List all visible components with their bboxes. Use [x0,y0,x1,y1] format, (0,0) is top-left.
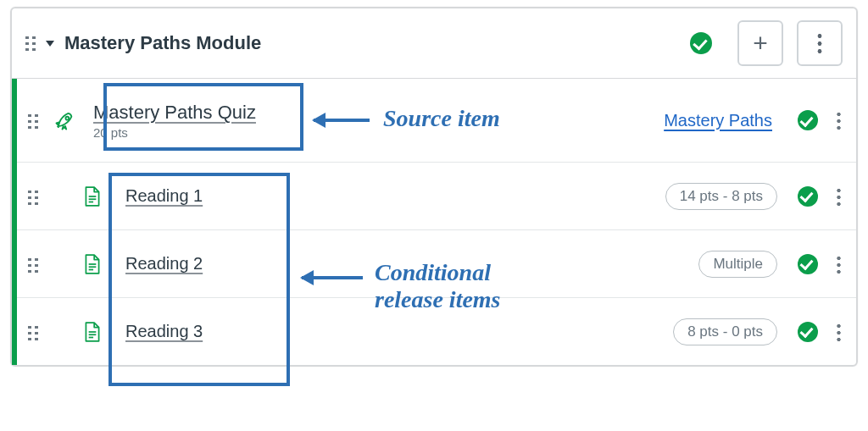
drag-handle-icon[interactable] [27,112,41,129]
module-screenshot: Mastery Paths Module + [0,0,868,431]
plus-icon: + [753,30,768,56]
mastery-paths-link[interactable]: Mastery Paths [664,111,772,130]
page-icon [80,319,105,345]
published-check-icon[interactable] [798,186,818,207]
drag-handle-icon[interactable] [27,256,41,273]
module-item: Reading 1 14 pts - 8 pts [12,162,856,229]
drag-handle-icon[interactable] [27,188,41,205]
module-item: Mastery Paths Quiz 20 pts Mastery Paths [12,79,856,162]
svg-point-0 [65,117,69,120]
rocket-quiz-icon [53,108,78,133]
kebab-icon [817,32,822,54]
published-check-icon[interactable] [798,322,818,342]
item-title-link[interactable]: Mastery Paths Quiz [93,102,256,124]
item-menu-button[interactable] [837,255,841,274]
item-title-link[interactable]: Reading 2 [125,254,203,274]
item-subtitle: 20 pts [93,125,256,140]
page-icon [80,184,105,209]
drag-handle-icon[interactable] [27,323,41,340]
module-title[interactable]: Mastery Paths Module [64,32,261,54]
points-range-pill: Multiple [698,251,777,278]
item-title-link[interactable]: Reading 3 [125,322,203,341]
module-item: Reading 2 Multiple [12,229,856,297]
published-check-icon[interactable] [690,32,712,54]
published-check-icon[interactable] [798,254,818,274]
item-menu-button[interactable] [837,187,841,206]
module-menu-button[interactable] [797,20,843,66]
drag-handle-icon[interactable] [24,34,39,52]
add-item-button[interactable]: + [737,20,783,66]
item-menu-button[interactable] [837,111,841,130]
points-range-pill: 8 pts - 0 pts [673,318,777,345]
module-items: Mastery Paths Quiz 20 pts Mastery Paths [12,78,856,365]
chevron-down-icon[interactable] [46,41,54,47]
module-card: Mastery Paths Module + [10,7,858,367]
item-menu-button[interactable] [837,323,841,341]
item-title-link[interactable]: Reading 1 [125,186,203,206]
page-icon [80,251,105,277]
points-range-pill: 14 pts - 8 pts [665,183,777,210]
module-item: Reading 3 8 pts - 0 pts [12,297,856,365]
module-header: Mastery Paths Module + [12,8,856,78]
published-check-icon[interactable] [798,110,818,130]
item-title-block: Mastery Paths Quiz 20 pts [93,102,256,140]
